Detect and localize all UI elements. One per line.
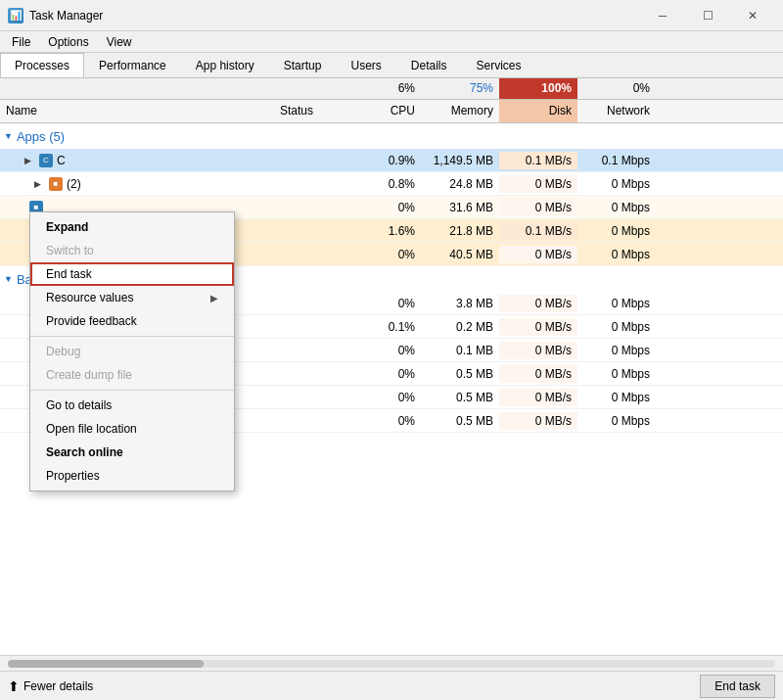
process-name: ▶ ■ (2) xyxy=(0,174,274,194)
process-disk: 0.1 MB/s xyxy=(499,152,577,169)
process-disk: 0.1 MB/s xyxy=(499,222,577,240)
process-cpu: 0.8% xyxy=(352,175,421,193)
process-net: 0 Mbps xyxy=(577,222,656,240)
tab-app-history[interactable]: App history xyxy=(181,53,269,77)
process-net: 0 Mbps xyxy=(577,365,656,383)
process-disk: 0 MB/s xyxy=(499,175,577,193)
process-net: 0 Mbps xyxy=(577,199,656,216)
process-cpu: 1.6% xyxy=(352,222,421,240)
background-expand-icon[interactable]: ▼ xyxy=(4,274,13,284)
context-menu: Expand Switch to End task Resource value… xyxy=(29,211,235,491)
apps-section-label: Apps (5) xyxy=(17,129,65,144)
expand-arrow-icon[interactable]: ▶ xyxy=(29,176,45,192)
window-controls: ─ ☐ ✕ xyxy=(640,0,775,31)
window-title: Task Manager xyxy=(29,9,103,23)
process-status xyxy=(274,302,352,305)
ctx-open-file-location[interactable]: Open file location xyxy=(30,417,234,441)
minimize-button[interactable]: ─ xyxy=(640,0,685,31)
tab-services[interactable]: Services xyxy=(462,53,536,77)
process-cpu: 0.9% xyxy=(352,152,421,169)
process-net: 0 Mbps xyxy=(577,389,656,406)
process-cpu: 0% xyxy=(352,246,421,263)
process-mem: 24.8 MB xyxy=(421,175,499,193)
process-icon: ■ xyxy=(49,177,63,191)
col-header-cpu[interactable]: CPU xyxy=(352,100,421,122)
table-body[interactable]: ▼ Apps (5) ▶ C C 0.9% 1,149.5 MB 0.1 MB/… xyxy=(0,123,783,655)
ctx-debug: Debug xyxy=(30,340,234,363)
tab-processes[interactable]: Processes xyxy=(0,53,84,77)
ctx-resource-values[interactable]: Resource values ▶ xyxy=(30,286,234,309)
apps-section-header: ▼ Apps (5) xyxy=(0,123,783,149)
pct-cpu: 6% xyxy=(352,78,421,99)
menu-view[interactable]: View xyxy=(99,33,140,51)
process-cpu: 0% xyxy=(352,342,421,359)
process-icon: C xyxy=(39,154,53,167)
process-status xyxy=(274,372,352,376)
end-task-button[interactable]: End task xyxy=(700,675,775,698)
tab-startup[interactable]: Startup xyxy=(269,53,337,77)
menu-bar: File Options View xyxy=(0,31,783,53)
process-name-text: C xyxy=(57,154,66,167)
process-name: ▶ C C xyxy=(0,151,274,170)
tab-details[interactable]: Details xyxy=(396,53,462,77)
process-status xyxy=(274,206,352,210)
ctx-expand[interactable]: Expand xyxy=(30,215,234,239)
process-row[interactable]: ▶ C C 0.9% 1,149.5 MB 0.1 MB/s 0.1 Mbps xyxy=(0,149,783,172)
process-status xyxy=(274,253,352,257)
maximize-button[interactable]: ☐ xyxy=(685,0,730,31)
process-status xyxy=(274,159,352,163)
ctx-end-task[interactable]: End task xyxy=(30,262,234,286)
process-disk: 0 MB/s xyxy=(499,295,577,312)
process-mem: 1,149.5 MB xyxy=(421,152,499,169)
process-mem: 0.2 MB xyxy=(421,318,499,336)
process-net: 0 Mbps xyxy=(577,412,656,430)
process-mem: 3.8 MB xyxy=(421,295,499,312)
expand-arrow-icon[interactable]: ▶ xyxy=(20,153,35,168)
process-cpu: 0% xyxy=(352,365,421,383)
process-status xyxy=(274,349,352,352)
process-mem: 31.6 MB xyxy=(421,199,499,216)
ctx-properties[interactable]: Properties xyxy=(30,464,234,488)
process-cpu: 0% xyxy=(352,412,421,430)
ctx-create-dump: Create dump file xyxy=(30,363,234,387)
col-header-name[interactable]: Name xyxy=(0,100,274,122)
col-header-disk[interactable]: Disk xyxy=(499,100,577,122)
tab-bar: Processes Performance App history Startu… xyxy=(0,53,783,78)
process-net: 0 Mbps xyxy=(577,246,656,263)
tab-performance[interactable]: Performance xyxy=(84,53,181,77)
process-mem: 40.5 MB xyxy=(421,246,499,263)
process-net: 0 Mbps xyxy=(577,175,656,193)
process-disk: 0 MB/s xyxy=(499,389,577,406)
ctx-separator xyxy=(30,336,234,337)
process-cpu: 0% xyxy=(352,389,421,406)
tab-users[interactable]: Users xyxy=(336,53,395,77)
ctx-provide-feedback[interactable]: Provide feedback xyxy=(30,309,234,333)
menu-file[interactable]: File xyxy=(4,33,38,51)
process-status xyxy=(274,419,352,423)
fewer-details-button[interactable]: ⬆ Fewer details xyxy=(8,678,93,694)
process-net: 0 Mbps xyxy=(577,342,656,359)
ctx-switch-to: Switch to xyxy=(30,239,234,262)
pct-network: 0% xyxy=(577,78,656,99)
process-cpu: 0% xyxy=(352,295,421,312)
col-header-network[interactable]: Network xyxy=(577,100,656,122)
process-status xyxy=(274,229,352,233)
col-header-status[interactable]: Status xyxy=(274,100,352,122)
ctx-go-to-details[interactable]: Go to details xyxy=(30,394,234,417)
horizontal-scrollbar[interactable] xyxy=(0,655,783,671)
col-header-memory[interactable]: Memory xyxy=(421,100,499,122)
bottom-bar: ⬆ Fewer details End task xyxy=(0,671,783,700)
pct-memory: 75% xyxy=(421,78,499,99)
hscroll-thumb[interactable] xyxy=(8,660,204,668)
fewer-details-label: Fewer details xyxy=(23,679,93,693)
apps-expand-icon[interactable]: ▼ xyxy=(4,131,13,141)
ctx-search-online[interactable]: Search online xyxy=(30,441,234,464)
process-row[interactable]: ▶ ■ (2) 0.8% 24.8 MB 0 MB/s 0 Mbps xyxy=(0,172,783,196)
title-bar: 📊 Task Manager ─ ☐ ✕ xyxy=(0,0,783,31)
process-status xyxy=(274,396,352,399)
close-button[interactable]: ✕ xyxy=(730,0,775,31)
hscroll-track xyxy=(8,660,775,668)
menu-options[interactable]: Options xyxy=(40,33,96,51)
process-disk: 0 MB/s xyxy=(499,412,577,430)
main-content: 6% 75% 100% 0% Name Status CPU Memory Di… xyxy=(0,78,783,671)
